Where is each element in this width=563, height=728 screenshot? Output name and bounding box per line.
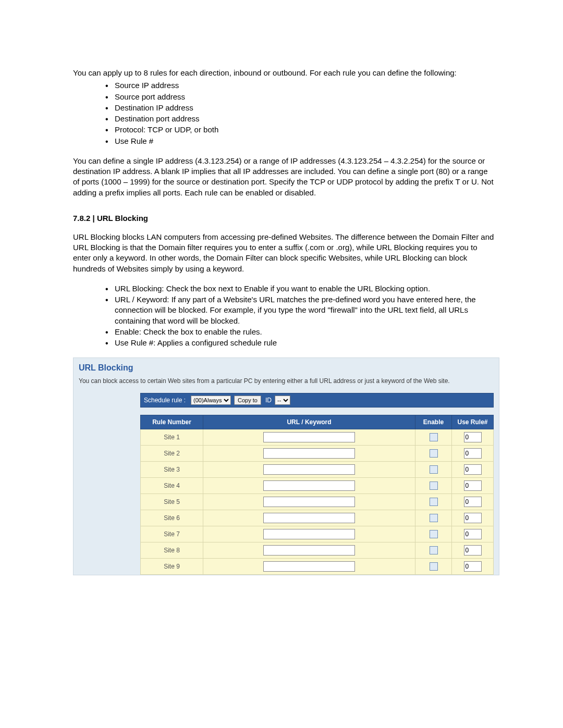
enable-checkbox[interactable]: [430, 433, 438, 441]
list-item: Use Rule #: [105, 136, 495, 146]
list-item: Source IP address: [105, 80, 495, 91]
use-rule-cell: [452, 462, 494, 478]
use-rule-cell: [452, 559, 494, 575]
section-heading: 7.8.2 | URL Blocking: [73, 214, 495, 223]
url-keyword-cell: [203, 559, 415, 575]
enable-checkbox[interactable]: [430, 449, 438, 458]
url-keyword-cell: [203, 429, 415, 446]
table-row: Site 8: [141, 542, 494, 559]
rules-table: Rule Number URL / Keyword Enable Use Rul…: [140, 415, 494, 575]
list-item: Use Rule #: Applies a configured schedul…: [105, 338, 495, 348]
table-row: Site 1: [141, 429, 494, 446]
enable-checkbox[interactable]: [430, 546, 438, 554]
table-row: Site 9: [141, 559, 494, 575]
url-keyword-input[interactable]: [263, 513, 355, 523]
section-para1: URL Blocking blocks LAN computers from a…: [73, 232, 495, 274]
intro-para2: You can define a single IP address (4.3.…: [73, 156, 495, 198]
list-item: Source port address: [105, 92, 495, 102]
table-row: Site 5: [141, 494, 494, 510]
enable-cell: [415, 494, 452, 510]
list-item: URL Blocking: Check the box next to Enab…: [105, 283, 495, 294]
url-keyword-input[interactable]: [263, 464, 355, 475]
table-row: Site 6: [141, 510, 494, 526]
enable-checkbox[interactable]: [430, 530, 438, 538]
schedule-label: Schedule rule :: [144, 397, 186, 404]
rule-number-cell: Site 3: [141, 462, 203, 478]
use-rule-input[interactable]: [464, 480, 482, 491]
panel-desc: You can block access to certain Web site…: [79, 377, 494, 386]
use-rule-cell: [452, 429, 494, 446]
th-enable: Enable: [415, 415, 452, 429]
rule-number-cell: Site 2: [141, 446, 203, 462]
rule-number-cell: Site 1: [141, 429, 203, 446]
url-keyword-cell: [203, 462, 415, 478]
enable-checkbox[interactable]: [430, 562, 438, 571]
list-item: Destination port address: [105, 114, 495, 124]
use-rule-input[interactable]: [464, 545, 482, 556]
use-rule-input[interactable]: [464, 432, 482, 442]
table-row: Site 3: [141, 462, 494, 478]
use-rule-input[interactable]: [464, 529, 482, 539]
url-keyword-cell: [203, 526, 415, 542]
url-keyword-input[interactable]: [263, 561, 355, 572]
schedule-bar: Schedule rule : (00)Always Copy to ID --: [140, 393, 494, 408]
panel-title: URL Blocking: [79, 363, 494, 373]
enable-checkbox[interactable]: [430, 514, 438, 522]
id-select[interactable]: --: [275, 396, 290, 405]
enable-checkbox[interactable]: [430, 482, 438, 490]
list-item: Protocol: TCP or UDP, or both: [105, 125, 495, 135]
use-rule-cell: [452, 478, 494, 494]
rule-number-cell: Site 4: [141, 478, 203, 494]
use-rule-input[interactable]: [464, 561, 482, 572]
th-rule-number: Rule Number: [141, 415, 203, 429]
rule-number-cell: Site 9: [141, 559, 203, 575]
url-keyword-cell: [203, 510, 415, 526]
list-item: URL / Keyword: If any part of a Website'…: [105, 294, 495, 326]
url-keyword-cell: [203, 494, 415, 510]
intro-defs-list: Source IP address Source port address De…: [73, 80, 495, 146]
table-row: Site 7: [141, 526, 494, 542]
enable-cell: [415, 542, 452, 559]
use-rule-cell: [452, 446, 494, 462]
rule-number-cell: Site 5: [141, 494, 203, 510]
list-item: Destination IP address: [105, 103, 495, 113]
url-keyword-input[interactable]: [263, 448, 355, 459]
use-rule-input[interactable]: [464, 448, 482, 459]
use-rule-cell: [452, 526, 494, 542]
copy-to-button[interactable]: Copy to: [234, 396, 261, 405]
url-keyword-cell: [203, 446, 415, 462]
url-keyword-cell: [203, 542, 415, 559]
use-rule-input[interactable]: [464, 464, 482, 475]
use-rule-cell: [452, 510, 494, 526]
enable-cell: [415, 478, 452, 494]
enable-cell: [415, 446, 452, 462]
url-keyword-cell: [203, 478, 415, 494]
enable-checkbox[interactable]: [430, 498, 438, 506]
section-bullets: URL Blocking: Check the box next to Enab…: [73, 283, 495, 349]
enable-cell: [415, 429, 452, 446]
rule-number-cell: Site 6: [141, 510, 203, 526]
enable-cell: [415, 462, 452, 478]
th-use-rule: Use Rule#: [452, 415, 494, 429]
use-rule-input[interactable]: [464, 497, 482, 507]
enable-cell: [415, 559, 452, 575]
use-rule-cell: [452, 542, 494, 559]
url-keyword-input[interactable]: [263, 497, 355, 507]
enable-cell: [415, 510, 452, 526]
url-keyword-input[interactable]: [263, 545, 355, 556]
table-row: Site 2: [141, 446, 494, 462]
url-keyword-input[interactable]: [263, 529, 355, 539]
url-keyword-input[interactable]: [263, 480, 355, 491]
enable-cell: [415, 526, 452, 542]
use-rule-cell: [452, 494, 494, 510]
url-blocking-panel: URL Blocking You can block access to cer…: [73, 357, 499, 575]
url-keyword-input[interactable]: [263, 432, 355, 442]
schedule-select[interactable]: (00)Always: [191, 396, 231, 405]
rule-number-cell: Site 7: [141, 526, 203, 542]
table-row: Site 4: [141, 478, 494, 494]
enable-checkbox[interactable]: [430, 465, 438, 474]
th-url-keyword: URL / Keyword: [203, 415, 415, 429]
id-label: ID: [265, 397, 272, 404]
use-rule-input[interactable]: [464, 513, 482, 523]
list-item: Enable: Check the box to enable the rule…: [105, 327, 495, 337]
